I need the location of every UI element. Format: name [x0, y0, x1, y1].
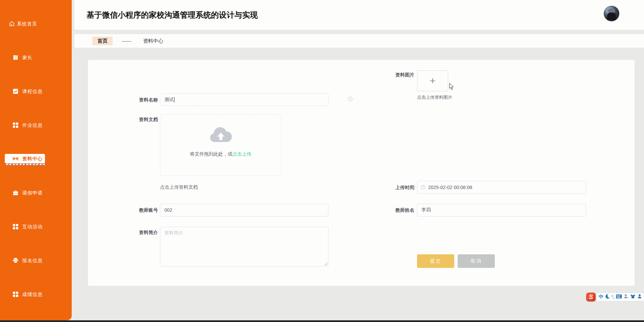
sidebar-item-courses[interactable]: 课程信息 — [0, 85, 72, 98]
ime-strip: 中 °, — [596, 293, 644, 301]
bowtie-icon — [13, 156, 19, 162]
breadcrumb-separator: —— — [122, 34, 131, 48]
form-card: 资料图片 + 点击上传资料图片 资料名称 测试 资料文档 — [88, 60, 635, 286]
breadcrumb-home[interactable]: 首页 — [92, 37, 113, 45]
intro-textarea[interactable]: 资料简介 — [160, 227, 328, 267]
grid-icon — [13, 224, 19, 230]
sidebar-item-registration[interactable]: 报名信息 — [0, 254, 72, 267]
sidebar-item-label: 系统首页 — [17, 17, 37, 30]
briefcase-icon — [13, 190, 19, 196]
clock-icon — [421, 185, 426, 190]
toolbox-icon[interactable] — [637, 294, 642, 300]
sidebar-item-data-center[interactable]: 资料中心 — [0, 152, 72, 165]
account-label: 教师账号 — [134, 207, 158, 213]
sidebar-item-grades[interactable]: 成绩信息 — [0, 288, 72, 301]
taskbar-edge — [0, 320, 644, 322]
time-input[interactable]: 2025-02-02 00:08:08 — [417, 181, 586, 194]
dropzone-text: 将文件拖到此处，或点击上传 — [160, 151, 281, 157]
line-chart-icon — [13, 88, 19, 94]
sidebar-item-homework[interactable]: 作业信息 — [0, 118, 72, 132]
doc-upload-hint: 点击上传资料文档 — [160, 184, 198, 190]
account-input[interactable]: 002 — [160, 204, 328, 216]
intro-label: 资料简介 — [134, 230, 158, 236]
dropzone-upload-link[interactable]: 点击上传 — [233, 151, 252, 157]
skin-icon[interactable] — [630, 294, 636, 300]
sidebar-item-leave-request[interactable]: 请假申请 — [0, 186, 72, 200]
mouse-cursor — [449, 83, 454, 90]
sidebar-item-label: 请假申请 — [22, 186, 43, 200]
ime-toolbar: S 中 °, — [586, 292, 644, 302]
intro-placeholder: 资料简介 — [164, 230, 183, 236]
chinese-mode-icon[interactable]: 中 — [599, 294, 603, 300]
doc-dropzone[interactable]: 将文件拖到此处，或点击上传 — [160, 114, 281, 176]
image-label: 资料图片 — [390, 72, 414, 78]
sidebar-item-label: 课程信息 — [22, 85, 43, 98]
plus-icon: + — [417, 71, 448, 91]
sidebar-item-system-home[interactable]: 系统首页 — [0, 17, 72, 30]
sidebar-item-label: 资料中心 — [22, 152, 43, 165]
sidebar-item-label: 家长 — [22, 51, 32, 64]
doc-label: 资料文档 — [134, 117, 158, 123]
sidebar-item-parents[interactable]: 家长 — [0, 51, 72, 64]
grid-icon — [13, 291, 19, 297]
sidebar-item-label: 作业信息 — [22, 118, 43, 132]
user-avatar[interactable] — [604, 6, 619, 21]
header-bar: 基于微信小程序的家校沟通管理系统的设计与实现 — [74, 0, 644, 30]
sidebar-item-label: 成绩信息 — [22, 288, 43, 301]
teacher-input[interactable]: 李四 — [417, 204, 586, 216]
resize-grip[interactable] — [324, 262, 327, 266]
image-upload-box[interactable]: + — [417, 70, 448, 91]
notebook-icon — [13, 54, 19, 61]
keyboard-icon[interactable] — [616, 294, 622, 300]
time-label: 上传时间 — [390, 185, 414, 191]
account-input-value: 002 — [164, 207, 172, 213]
name-input-value: 测试 — [164, 97, 174, 103]
printer-icon — [13, 257, 19, 263]
home-icon — [9, 21, 15, 27]
half-moon-icon[interactable] — [605, 294, 610, 300]
teacher-input-value: 李四 — [421, 207, 431, 213]
account-icon[interactable] — [624, 294, 628, 300]
name-input[interactable]: 测试 — [160, 93, 328, 106]
sogou-logo-icon[interactable]: S — [586, 293, 596, 301]
clear-circle-icon[interactable] — [348, 96, 353, 101]
text-caret — [174, 97, 175, 102]
submit-button[interactable]: 提交 — [417, 254, 454, 268]
sidebar: 系统首页 家长 课程信息 — [0, 0, 72, 320]
time-input-value: 2025-02-02 00:08:08 — [428, 185, 472, 190]
page-title: 基于微信小程序的家校沟通管理系统的设计与实现 — [87, 0, 258, 30]
sidebar-item-label: 互动活动 — [22, 220, 43, 233]
teacher-label: 教师姓名 — [390, 207, 414, 213]
sidebar-item-activities[interactable]: 互动活动 — [0, 220, 72, 233]
punctuation-icon[interactable]: °, — [612, 295, 614, 299]
name-label: 资料名称 — [134, 97, 158, 103]
grid-icon — [13, 122, 19, 128]
breadcrumb: 首页 —— 资料中心 — [74, 34, 644, 48]
breadcrumb-current: 资料中心 — [143, 34, 163, 48]
image-upload-hint: 点击上传资料图片 — [417, 94, 452, 100]
cloud-upload-icon — [209, 126, 233, 143]
sidebar-item-label: 报名信息 — [22, 254, 43, 267]
cancel-button[interactable]: 取消 — [458, 254, 495, 268]
